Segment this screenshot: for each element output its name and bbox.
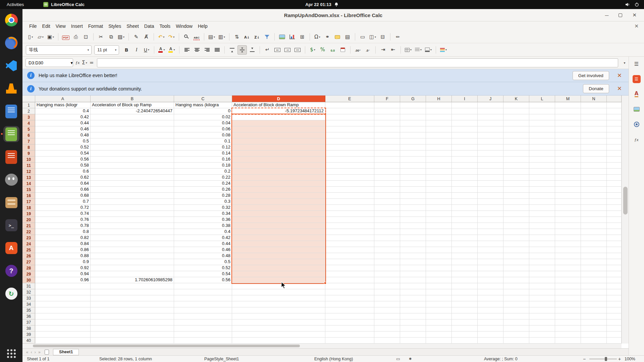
row-header-27[interactable]: 27 bbox=[22, 259, 35, 265]
cell-G8[interactable] bbox=[400, 144, 426, 150]
cell-N22[interactable] bbox=[581, 229, 607, 235]
cell-B3[interactable] bbox=[91, 114, 174, 120]
cell-I8[interactable] bbox=[452, 144, 478, 150]
center-vertically-button[interactable] bbox=[237, 45, 247, 55]
cell-B32[interactable] bbox=[91, 289, 174, 295]
cell-I25[interactable] bbox=[452, 247, 478, 253]
cell-partial-26[interactable] bbox=[607, 253, 622, 259]
cell-D39[interactable] bbox=[232, 331, 325, 338]
sum-average-status[interactable]: Average: ; Sum: 0 bbox=[484, 356, 518, 362]
language-status[interactable]: English (Hong Kong) bbox=[314, 356, 353, 362]
special-character-button[interactable]: Ω▾ bbox=[313, 32, 322, 42]
spelling-button[interactable] bbox=[192, 32, 201, 42]
cell-K19[interactable] bbox=[503, 211, 529, 217]
cell-F6[interactable] bbox=[374, 132, 400, 138]
menu-window[interactable]: Window bbox=[173, 22, 195, 30]
cell-A27[interactable]: 0.9 bbox=[35, 259, 91, 265]
cell-partial-2[interactable] bbox=[607, 108, 622, 114]
properties-deck-button[interactable] bbox=[632, 74, 642, 84]
cell-B37[interactable] bbox=[91, 319, 174, 325]
row-header-18[interactable]: 18 bbox=[22, 205, 35, 211]
cell-B14[interactable] bbox=[91, 181, 174, 187]
cell-J1[interactable] bbox=[478, 102, 503, 108]
cell-L34[interactable] bbox=[529, 301, 555, 307]
cell-F33[interactable] bbox=[374, 295, 400, 301]
menu-file[interactable]: File bbox=[26, 22, 40, 30]
cell-A6[interactable]: 0.48 bbox=[35, 132, 91, 138]
cell-B28[interactable] bbox=[91, 265, 174, 271]
cell-F38[interactable] bbox=[374, 325, 400, 331]
zoom-slider-handle[interactable] bbox=[605, 357, 607, 361]
cell-J18[interactable] bbox=[478, 205, 503, 211]
cell-M9[interactable] bbox=[555, 150, 581, 157]
cell-D33[interactable] bbox=[232, 295, 325, 301]
cell-L16[interactable] bbox=[529, 193, 555, 199]
cell-N32[interactable] bbox=[581, 289, 607, 295]
cell-partial-5[interactable] bbox=[607, 126, 622, 132]
cell-D40[interactable] bbox=[232, 338, 325, 344]
cell-K8[interactable] bbox=[503, 144, 529, 150]
column-header-C[interactable]: C bbox=[174, 96, 232, 102]
cell-E39[interactable] bbox=[325, 331, 374, 338]
cell-N9[interactable] bbox=[581, 150, 607, 157]
cell-K15[interactable] bbox=[503, 187, 529, 193]
cell-E12[interactable] bbox=[325, 169, 374, 175]
cell-N34[interactable] bbox=[581, 301, 607, 307]
cell-K2[interactable] bbox=[503, 108, 529, 114]
cell-L15[interactable] bbox=[529, 187, 555, 193]
cell-G31[interactable] bbox=[400, 283, 426, 289]
cell-L10[interactable] bbox=[529, 157, 555, 163]
gallery-deck-button[interactable] bbox=[632, 105, 642, 114]
cell-K28[interactable] bbox=[503, 265, 529, 271]
cell-I14[interactable] bbox=[452, 181, 478, 187]
cell-F17[interactable] bbox=[374, 199, 400, 205]
border-style-dropdown-arrow[interactable]: ▾ bbox=[420, 48, 422, 51]
cell-L32[interactable] bbox=[529, 289, 555, 295]
cell-B22[interactable] bbox=[91, 229, 174, 235]
row-header-21[interactable]: 21 bbox=[22, 223, 35, 229]
cell-H26[interactable] bbox=[426, 253, 452, 259]
first-sheet-icon[interactable]: « bbox=[26, 350, 29, 355]
cell-H14[interactable] bbox=[426, 181, 452, 187]
cell-partial-14[interactable] bbox=[607, 181, 622, 187]
cell-H20[interactable] bbox=[426, 217, 452, 223]
cell-M34[interactable] bbox=[555, 301, 581, 307]
cell-partial-17[interactable] bbox=[607, 199, 622, 205]
row-header-33[interactable]: 33 bbox=[22, 295, 35, 301]
cell-A18[interactable]: 0.72 bbox=[35, 205, 91, 211]
cell-I7[interactable] bbox=[452, 138, 478, 144]
cell-partial-1[interactable] bbox=[607, 102, 622, 108]
cell-J3[interactable] bbox=[478, 114, 503, 120]
cell-C26[interactable]: 0.48 bbox=[174, 253, 232, 259]
cell-E3[interactable] bbox=[325, 114, 374, 120]
cell-B20[interactable] bbox=[91, 217, 174, 223]
close-infobar-icon[interactable]: ✕ bbox=[617, 72, 622, 79]
cell-J9[interactable] bbox=[478, 150, 503, 157]
dock-firefox[interactable] bbox=[3, 35, 19, 51]
dock-help[interactable]: ? bbox=[3, 263, 19, 279]
font-name-dropdown-arrow[interactable]: ▾ bbox=[85, 48, 91, 52]
cell-A4[interactable]: 0.44 bbox=[35, 120, 91, 126]
cell-A14[interactable]: 0.64 bbox=[35, 181, 91, 187]
cell-I5[interactable] bbox=[452, 126, 478, 132]
delete-decimal-place-button[interactable] bbox=[363, 45, 373, 55]
cell-D14[interactable] bbox=[232, 181, 325, 187]
row-header-36[interactable]: 36 bbox=[22, 313, 35, 319]
cell-M30[interactable] bbox=[555, 277, 581, 283]
increase-indent-button[interactable]: ⇥ bbox=[378, 45, 388, 55]
cell-partial-20[interactable] bbox=[607, 217, 622, 223]
cell-G14[interactable] bbox=[400, 181, 426, 187]
cell-partial-8[interactable] bbox=[607, 144, 622, 150]
cell-B9[interactable] bbox=[91, 150, 174, 157]
cell-D12[interactable] bbox=[232, 169, 325, 175]
row-header-25[interactable]: 25 bbox=[22, 247, 35, 253]
cell-M25[interactable] bbox=[555, 247, 581, 253]
cell-K23[interactable] bbox=[503, 235, 529, 241]
cell-A31[interactable] bbox=[35, 283, 91, 289]
pivot-table-button[interactable]: ⊞ bbox=[298, 32, 307, 42]
cell-K31[interactable] bbox=[503, 283, 529, 289]
cell-B36[interactable] bbox=[91, 313, 174, 319]
row-header-22[interactable]: 22 bbox=[22, 229, 35, 235]
cell-L14[interactable] bbox=[529, 181, 555, 187]
cell-M17[interactable] bbox=[555, 199, 581, 205]
